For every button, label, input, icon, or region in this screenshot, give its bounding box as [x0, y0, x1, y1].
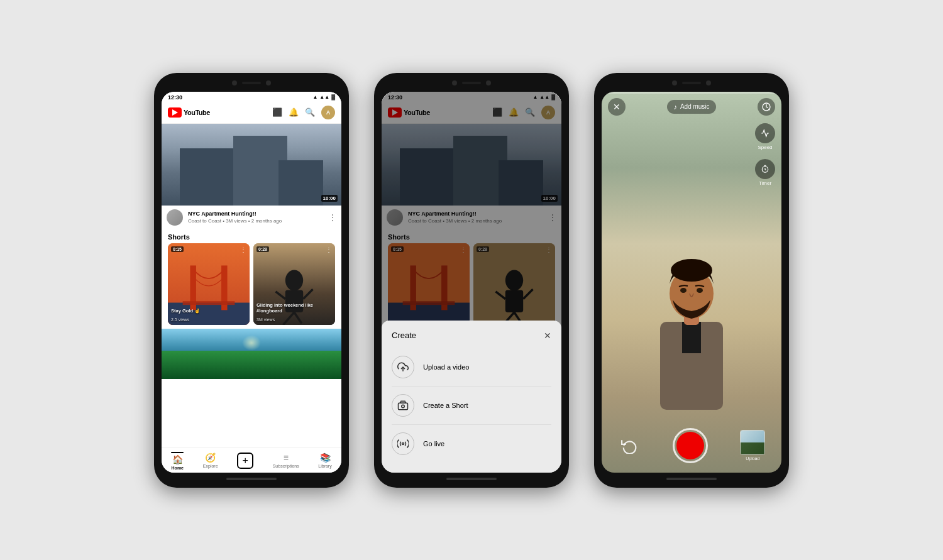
short-duration-2: 0:28 — [256, 246, 269, 252]
camera-area-1 — [232, 80, 271, 85]
library-icon-1: 📚 — [320, 453, 331, 463]
status-icons-1: ▲ ▲▲ ▓ — [312, 94, 335, 100]
signal-icon-1: ▲▲ — [319, 94, 329, 100]
short-camera-icon — [392, 394, 414, 417]
phone-1: 12:30 ▲ ▲▲ ▓ YouTube ⬛ 🔔 🔍 A — [154, 73, 349, 488]
camera-area-2 — [452, 80, 491, 85]
short-more-1[interactable]: ⋮ — [240, 246, 246, 253]
live-svg — [397, 438, 409, 449]
search-icon-1[interactable]: 🔍 — [305, 107, 315, 117]
live-icon — [392, 432, 414, 455]
short-more-2[interactable]: ⋮ — [326, 246, 332, 253]
more-icon-1[interactable]: ⋮ — [329, 213, 336, 222]
yt-logo-text-1: YouTube — [184, 109, 210, 116]
nav-plus-1[interactable]: + — [237, 453, 253, 469]
camera-bottom-bar: Upload — [602, 428, 781, 463]
modal-close-btn[interactable]: ✕ — [544, 331, 551, 341]
bottom-nav-1: 🏠 Home 🧭 Explore + ≡ Subscriptions 📚 Lib… — [162, 447, 341, 473]
flip-icon — [621, 437, 637, 454]
channel-avatar-1 — [167, 209, 183, 226]
svg-rect-4 — [183, 301, 235, 305]
timer-control[interactable]: Timer — [755, 159, 775, 186]
upload-video-label: Upload a video — [423, 363, 469, 371]
camera-dot — [232, 80, 237, 85]
create-short-label: Create a Short — [423, 402, 468, 409]
nav-library-1[interactable]: 📚 Library — [318, 453, 331, 468]
speed-dial-btn[interactable] — [758, 98, 775, 116]
go-live-item[interactable]: Go live — [392, 425, 551, 463]
phone-screen-1: 12:30 ▲ ▲▲ ▓ YouTube ⬛ 🔔 🔍 A — [162, 92, 341, 473]
camera-dot-6 — [706, 80, 711, 85]
nav-subscriptions-1[interactable]: ≡ Subscriptions — [273, 453, 299, 468]
nav-library-label-1: Library — [318, 464, 331, 468]
avatar-1[interactable]: A — [321, 106, 335, 119]
camera-person — [602, 202, 781, 422]
create-short-item[interactable]: Create a Short — [392, 387, 551, 425]
phone-2: 12:30 ▲ ▲▲ ▓ YouTube ⬛ 🔔 🔍 A — [374, 73, 569, 488]
landscape-ground — [162, 351, 341, 379]
speed-label: Speed — [758, 145, 772, 150]
flip-camera-btn[interactable] — [618, 434, 641, 457]
landscape-thumb-1[interactable] — [162, 329, 341, 379]
camera-close-btn[interactable]: ✕ — [608, 98, 626, 116]
shorts-row-1: 0:15 ⋮ Stay Gold ✌ 2.5 views — [162, 243, 341, 329]
main-video-thumb-1[interactable]: 10:00 — [162, 124, 341, 206]
camera-dot-4 — [486, 80, 491, 85]
gallery-top — [741, 431, 764, 442]
add-music-btn[interactable]: ♪ Add music — [667, 100, 715, 114]
timer-label: Timer — [759, 180, 771, 186]
music-note-icon: ♪ — [673, 103, 677, 111]
camera-right-controls: Speed Timer — [755, 123, 775, 186]
phone-bottom-3 — [602, 478, 781, 480]
camera-dot-5 — [672, 80, 677, 85]
header-icons-1: ⬛ 🔔 🔍 A — [272, 106, 335, 119]
record-inner — [676, 432, 704, 459]
create-modal: Create ✕ Upload a video — [382, 321, 561, 473]
short-card-2[interactable]: 0:28 ⋮ Gliding into weekend like #longbo… — [253, 243, 335, 325]
gallery-thumbnail[interactable] — [740, 430, 765, 455]
go-live-label: Go live — [423, 440, 444, 447]
phone-notch-3 — [602, 80, 781, 88]
home-indicator-3 — [666, 478, 717, 480]
phone-bottom-1 — [162, 478, 341, 480]
timer-ctrl-icon — [755, 159, 775, 179]
create-modal-overlay: Create ✕ Upload a video — [382, 92, 561, 473]
speed-ctrl-icon — [755, 123, 775, 143]
add-music-label: Add music — [680, 103, 710, 110]
home-indicator-2 — [446, 478, 497, 480]
upload-video-item[interactable]: Upload a video — [392, 348, 551, 387]
phone-notch-1 — [162, 80, 341, 88]
nav-explore-1[interactable]: 🧭 Explore — [203, 453, 218, 468]
svg-point-34 — [680, 288, 687, 293]
video-info-1: NYC Apartment Hunting!! Coast to Coast •… — [162, 206, 341, 229]
upload-svg — [397, 361, 409, 373]
status-bar-1: 12:30 ▲ ▲▲ ▓ — [162, 92, 341, 102]
record-button[interactable] — [673, 428, 708, 463]
camera-top-bar: ✕ ♪ Add music — [602, 92, 781, 122]
bell-icon-1[interactable]: 🔔 — [289, 107, 299, 117]
speaker-3 — [682, 82, 701, 84]
timer-icon — [761, 165, 769, 173]
speed-control[interactable]: Speed — [755, 123, 775, 150]
play-triangle-1 — [172, 109, 178, 116]
light-beam — [242, 335, 261, 351]
svg-rect-30 — [682, 322, 701, 353]
short-title-1: Stay Gold ✌ — [171, 308, 246, 314]
plus-btn-1[interactable]: + — [237, 453, 253, 469]
cast-icon-1[interactable]: ⬛ — [272, 107, 282, 117]
yt-header-1: YouTube ⬛ 🔔 🔍 A — [162, 102, 341, 124]
camera-area-3 — [672, 80, 711, 85]
short-duration-1: 0:15 — [171, 246, 184, 252]
modal-header: Create ✕ — [392, 331, 551, 341]
upload-label: Upload — [746, 456, 759, 461]
video-meta-1: Coast to Coast • 3M views • 2 months ago — [188, 218, 324, 224]
phone-bottom-2 — [382, 478, 561, 480]
speaker-2 — [462, 82, 481, 84]
home-indicator-1 — [226, 478, 277, 480]
gallery-upload-area: Upload — [740, 430, 765, 461]
nav-home-1[interactable]: 🏠 Home — [171, 451, 184, 470]
svg-point-27 — [402, 442, 404, 444]
short-card-1[interactable]: 0:15 ⋮ Stay Gold ✌ 2.5 views — [168, 243, 250, 325]
svg-point-6 — [285, 270, 303, 290]
building-scene-1 — [162, 124, 341, 206]
